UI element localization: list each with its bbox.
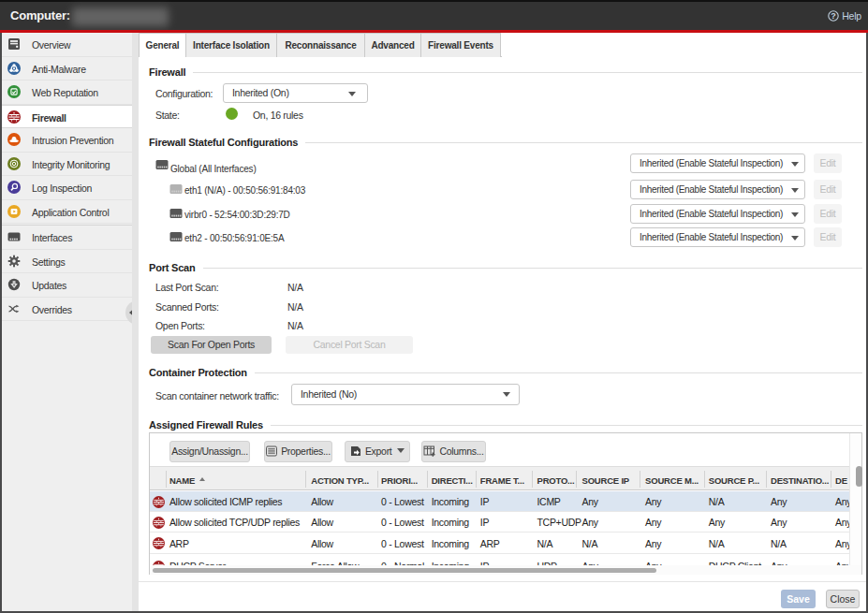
svg-text:?: ?	[831, 11, 836, 21]
